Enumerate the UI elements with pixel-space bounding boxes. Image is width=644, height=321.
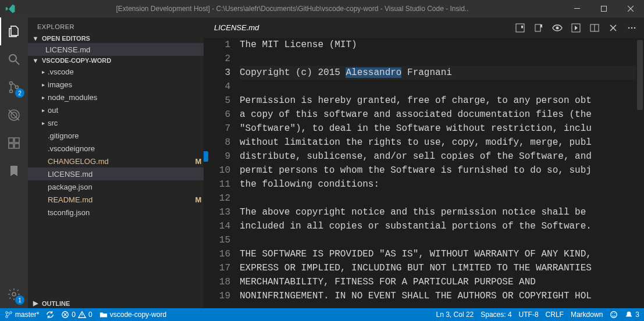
- svg-point-21: [6, 312, 8, 314]
- svg-rect-1: [602, 6, 607, 12]
- code-line[interactable]: [240, 80, 636, 94]
- bookmark-icon: [7, 164, 21, 178]
- svg-point-26: [613, 313, 613, 314]
- code-line[interactable]: permit persons to whom the Software is f…: [240, 163, 636, 177]
- bookmark-frame-icon[interactable]: [513, 20, 528, 35]
- files-icon: [7, 24, 21, 38]
- code-line[interactable]: distribute, sublicense, and/or sell copi…: [240, 149, 636, 163]
- error-icon: [61, 311, 69, 319]
- section-open-editors[interactable]: ▼ OPEN EDITORS: [28, 34, 204, 43]
- status-language[interactable]: Markdown: [571, 308, 603, 321]
- svg-point-2: [9, 55, 16, 62]
- section-label: OUTLINE: [42, 300, 70, 307]
- code-area[interactable]: The MIT License (MIT)Copyright (c) 2015 …: [240, 38, 636, 308]
- code-line[interactable]: NONINFRINGEMENT. IN NO EVENT SHALL THE A…: [240, 289, 636, 303]
- chevron-down-icon: ▼: [31, 57, 40, 64]
- status-notifications[interactable]: 3: [625, 308, 639, 321]
- scrollbar[interactable]: [636, 38, 644, 308]
- folder-item[interactable]: ▸out: [28, 104, 204, 116]
- status-indentation[interactable]: Spaces: 4: [481, 308, 511, 321]
- file-item[interactable]: LICENSE.md: [28, 167, 204, 180]
- close-button[interactable]: [617, 0, 644, 17]
- code-line[interactable]: [240, 52, 636, 66]
- minimize-button[interactable]: [564, 0, 590, 17]
- item-label: LICENSE.md: [48, 170, 193, 179]
- svg-point-27: [614, 313, 615, 314]
- svg-rect-14: [535, 24, 540, 31]
- code-line[interactable]: [240, 191, 636, 205]
- svg-point-19: [631, 27, 633, 28]
- code-line[interactable]: "Software"), to deal in the Software wit…: [240, 122, 636, 135]
- bookmark-marker[interactable]: [204, 151, 208, 162]
- code-line[interactable]: [240, 233, 636, 247]
- debug-icon: [7, 108, 21, 122]
- code-line[interactable]: without limitation the rights to use, co…: [240, 135, 636, 149]
- status-feedback[interactable]: [610, 308, 618, 321]
- close-icon[interactable]: [606, 20, 621, 35]
- activity-bookmarks[interactable]: [0, 157, 28, 185]
- git-status: M: [193, 157, 204, 166]
- folder-item[interactable]: ▸node_modules: [28, 91, 204, 104]
- code-line[interactable]: a copy of this software and associated d…: [240, 108, 636, 122]
- file-item[interactable]: package.json: [28, 180, 204, 193]
- section-folder[interactable]: ▼ VSCODE-COPY-WORD: [28, 56, 204, 65]
- folder-item[interactable]: ▸images: [28, 78, 204, 91]
- status-folder[interactable]: vscode-copy-word: [99, 308, 166, 321]
- svg-point-4: [10, 90, 13, 93]
- status-eol[interactable]: CRLF: [546, 308, 564, 321]
- code-line[interactable]: included in all copies or substantial po…: [240, 219, 636, 233]
- svg-point-15: [556, 26, 559, 29]
- code-line[interactable]: EXPRESS OR IMPLIED, INCLUDING BUT NOT LI…: [240, 261, 636, 275]
- activity-extensions[interactable]: [0, 129, 28, 157]
- maximize-button[interactable]: [590, 0, 617, 17]
- item-label: .vscodeignore: [48, 144, 193, 153]
- activity-scm[interactable]: 2: [0, 73, 28, 101]
- file-item[interactable]: .vscodeignore: [28, 142, 204, 155]
- activity-explorer[interactable]: [0, 17, 28, 45]
- preview-icon[interactable]: [568, 20, 583, 35]
- git-status: M: [193, 195, 204, 204]
- more-icon[interactable]: [624, 20, 639, 35]
- titlebar: [Extension Development Host] - C:\Users\…: [0, 0, 644, 17]
- tab-license[interactable]: LICENSE.md: [209, 23, 513, 32]
- file-item[interactable]: README.mdM: [28, 193, 204, 206]
- book-bookmark-icon[interactable]: [531, 20, 546, 35]
- item-label: node_modules: [48, 93, 193, 102]
- status-problems[interactable]: 0 0: [61, 308, 92, 321]
- status-cursor[interactable]: Ln 3, Col 22: [436, 308, 474, 321]
- open-editor-item[interactable]: LICENSE.md: [28, 43, 204, 56]
- code-line[interactable]: the following conditions:: [240, 177, 636, 191]
- item-label: tsconfig.json: [48, 208, 193, 217]
- activity-settings[interactable]: 1: [0, 280, 28, 308]
- editor-body[interactable]: 12345678910111213141516171819 The MIT Li…: [204, 38, 644, 308]
- code-line[interactable]: Permission is hereby granted, free of ch…: [240, 94, 636, 108]
- code-line[interactable]: MERCHANTABILITY, FITNESS FOR A PARTICULA…: [240, 275, 636, 289]
- section-outline[interactable]: ▶ OUTLINE: [28, 298, 204, 308]
- status-branch[interactable]: master*: [5, 308, 39, 321]
- activity-search[interactable]: [0, 45, 28, 73]
- file-label: LICENSE.md: [45, 45, 204, 54]
- code-line[interactable]: The above copyright notice and this perm…: [240, 205, 636, 219]
- gutter: 12345678910111213141516171819: [204, 38, 240, 308]
- file-item[interactable]: CHANGELOG.mdM: [28, 155, 204, 167]
- file-item[interactable]: .gitignore: [28, 129, 204, 142]
- scrollbar-thumb[interactable]: [637, 40, 643, 110]
- folder-item[interactable]: ▸src: [28, 116, 204, 129]
- eye-icon[interactable]: [550, 20, 565, 35]
- statusbar: master* 0 0 vscode-copy-word Ln 3, Col 2…: [0, 308, 644, 321]
- folder-item[interactable]: ▸.vscode: [28, 65, 204, 78]
- split-editor-icon[interactable]: [587, 20, 602, 35]
- section-label: OPEN EDITORS: [42, 35, 90, 42]
- code-line[interactable]: The MIT License (MIT): [240, 38, 636, 52]
- activitybar: 2 1: [0, 17, 28, 308]
- text-selection: Alessandro: [346, 67, 401, 78]
- svg-rect-11: [15, 138, 19, 142]
- code-line[interactable]: Copyright (c) 2015 Alessandro Fragnani: [240, 66, 636, 80]
- extensions-icon: [7, 136, 21, 150]
- activity-debug[interactable]: [0, 101, 28, 129]
- status-sync[interactable]: [46, 308, 54, 321]
- code-line[interactable]: THE SOFTWARE IS PROVIDED "AS IS", WITHOU…: [240, 247, 636, 261]
- status-encoding[interactable]: UTF-8: [519, 308, 539, 321]
- settings-badge: 1: [15, 295, 24, 305]
- file-item[interactable]: tsconfig.json: [28, 206, 204, 219]
